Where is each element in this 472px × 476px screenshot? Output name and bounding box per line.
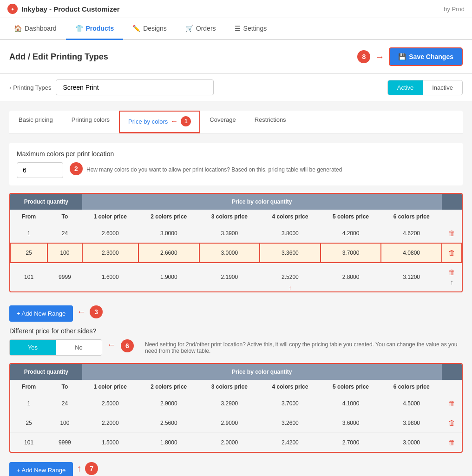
annotation-6-badge: 6 <box>121 339 134 352</box>
table-row: 1.6000 <box>82 263 138 292</box>
table2-to-header: To <box>47 380 82 394</box>
table2-c4-header: 4 colors price <box>260 380 321 394</box>
table-row: 3.2600 <box>260 413 321 433</box>
table2-c2-header: 2 colors price <box>138 380 199 394</box>
table1-wrapper: Product quantity Price by color quantity… <box>9 193 463 324</box>
max-colors-input[interactable] <box>17 162 63 178</box>
table2-c3-header: 3 colors price <box>199 380 260 394</box>
chevron-left-icon: ‹ <box>9 84 11 91</box>
delete-row-button[interactable]: 🗑 <box>446 418 458 428</box>
tab-basic-pricing[interactable]: Basic pricing <box>9 111 62 133</box>
table1-c2-header: 2 colors price <box>138 210 199 224</box>
designs-icon: ✏️ <box>132 25 140 32</box>
table2-c6-header: 6 colors price <box>381 380 442 394</box>
nav-designs[interactable]: ✏️ Designs <box>123 18 176 40</box>
table-row: 3.0000 <box>138 224 199 243</box>
table1-action-header <box>442 194 462 210</box>
delete-row-button[interactable]: 🗑 <box>446 267 458 277</box>
products-icon: 👕 <box>75 25 83 32</box>
save-changes-button[interactable]: 💾 Save Changes <box>389 47 463 66</box>
table1-c5-header: 5 colors price <box>321 210 381 224</box>
table1-c6-header: 6 colors price <box>381 210 442 224</box>
table-row: 2.4200 <box>260 433 321 452</box>
table-row: 3.3900 <box>199 224 260 243</box>
nav-dashboard[interactable]: 🏠 Dashboard <box>5 18 66 40</box>
table-row: 9999 <box>47 263 82 292</box>
max-colors-row: 2 How many colors do you want to allow p… <box>17 162 455 178</box>
table-row: 4.0800 <box>381 243 442 263</box>
delete-row-button[interactable]: 🗑 <box>446 437 458 447</box>
table-row: 25 <box>10 243 47 263</box>
annotation-6-arrow: ← <box>107 339 116 350</box>
delete-row-button[interactable]: 🗑 <box>446 228 458 238</box>
tab-printing-colors[interactable]: Printing colors <box>62 111 119 133</box>
max-colors-label: Maximum colors per print location <box>17 150 455 158</box>
table-row: 101 <box>10 433 47 452</box>
app-title: ● Inkybay - Product Customizer <box>7 4 120 14</box>
delete-row-button[interactable]: 🗑 <box>446 248 458 258</box>
table-row: 1 <box>10 394 47 413</box>
save-icon: 💾 <box>398 53 406 60</box>
app-title-text: Inkybay - Product Customizer <box>21 5 120 13</box>
table-row: 2.5200↑4 <box>260 263 321 292</box>
table-row: 24 <box>47 394 82 413</box>
table-row: 9999 <box>47 433 82 452</box>
move-up-button[interactable]: ↑ <box>447 277 457 287</box>
table-row: 2.5000 <box>82 394 138 413</box>
table-row: 2.9000 <box>138 394 199 413</box>
table2-c1-header: 1 color price <box>82 380 138 394</box>
table1-c1-header: 1 color price <box>82 210 138 224</box>
status-active-button[interactable]: Active <box>388 80 423 95</box>
delete-row-button[interactable]: 🗑 <box>446 398 458 408</box>
annotation-3-badge: 3 <box>90 305 103 318</box>
status-toggle: Active Inactive <box>387 80 463 95</box>
table-row: 2.5600 <box>138 413 199 433</box>
diff-price-row: Yes No ← 6 Need setting for 2nd/other pr… <box>9 339 463 356</box>
table-row: 1.9000 <box>138 263 199 292</box>
tab-coverage[interactable]: Coverage <box>200 111 245 133</box>
annotation-3-arrow: ← <box>77 306 86 317</box>
diff-price-label: Different price for other sides? <box>9 327 463 335</box>
tab-price-by-colors[interactable]: Price by colors ← 1 <box>119 111 200 133</box>
nav-products[interactable]: 👕 Products <box>66 18 124 40</box>
table-row: 1 <box>10 224 47 243</box>
table-row: 2.0000 <box>199 433 260 452</box>
table-row: 2.2000 <box>82 413 138 433</box>
table-row: 3.0000 <box>381 433 442 452</box>
add-range-2-button[interactable]: + Add New Range <box>9 462 73 476</box>
table-row: 3.3600 <box>260 243 321 263</box>
table2-section: Product quantity Price by color quantity… <box>9 363 463 453</box>
table-row: 101 <box>10 263 47 292</box>
nav-orders[interactable]: 🛒 Orders <box>176 18 225 40</box>
dashboard-icon: 🏠 <box>14 25 22 32</box>
nav-settings[interactable]: ☰ Settings <box>225 18 276 40</box>
table-row: 4.1000 <box>321 394 381 413</box>
yes-no-toggle: Yes No <box>9 339 102 356</box>
back-to-printing-types[interactable]: ‹ Printing Types <box>9 84 51 91</box>
tab-restrictions[interactable]: Restrictions <box>245 111 295 133</box>
no-button[interactable]: No <box>56 340 102 355</box>
by-prod-text: by Prod <box>444 6 465 13</box>
annotation-4: ↑4 <box>285 284 295 292</box>
yes-button[interactable]: Yes <box>10 340 56 355</box>
main-content: Basic pricing Printing colors Price by c… <box>0 101 472 476</box>
table-row: 2.6000 <box>82 224 138 243</box>
table2: Product quantity Price by color quantity… <box>10 364 462 452</box>
status-inactive-button[interactable]: Inactive <box>423 80 462 95</box>
breadcrumb-bar: ‹ Printing Types Active Inactive <box>0 74 472 101</box>
orders-icon: 🛒 <box>185 25 193 32</box>
table2-product-qty-header: Product quantity <box>10 364 82 380</box>
annotation-7-badge: 7 <box>85 462 98 475</box>
settings-icon: ☰ <box>235 25 241 32</box>
table-row: 3.8000 <box>260 224 321 243</box>
table-row: 2.6600 <box>138 243 199 263</box>
add-range-1-button[interactable]: + Add New Range <box>9 305 73 322</box>
table2-wrapper: Product quantity Price by color quantity… <box>9 363 463 476</box>
table1-product-qty-header: Product quantity <box>10 194 82 210</box>
table2-price-qty-header: Price by color quantity <box>82 364 442 380</box>
table1-price-qty-header: Price by color quantity <box>82 194 442 210</box>
table-row: 3.6000 <box>321 413 381 433</box>
table-row: 24 <box>47 224 82 243</box>
printing-type-name-input[interactable] <box>56 79 214 95</box>
diff-price-section: Different price for other sides? Yes No … <box>9 327 463 356</box>
